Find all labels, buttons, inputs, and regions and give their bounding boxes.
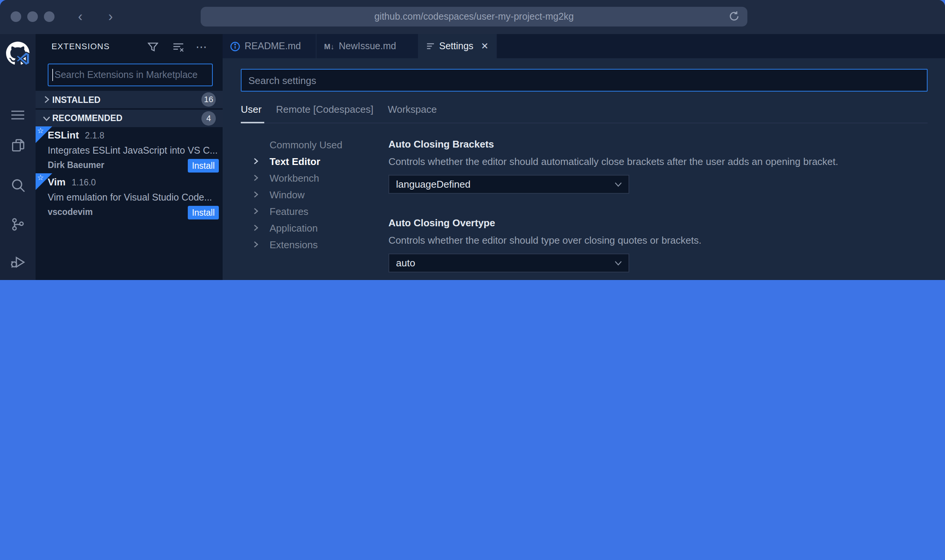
menu-icon[interactable] xyxy=(0,102,36,128)
desktop: ‹ › github.com/codespaces/user-my-projec… xyxy=(0,0,945,280)
extensions-sidebar: EXTENSIONS ⋯ INSTALLED 16 xyxy=(36,34,223,280)
settings-list-icon xyxy=(426,42,435,50)
chevron-right-icon xyxy=(253,207,264,215)
extension-description: Integrates ESLint JavaScript into VS C..… xyxy=(48,145,218,156)
chevron-right-icon xyxy=(253,241,264,248)
active-scope-underline xyxy=(241,122,264,123)
chevron-down-icon xyxy=(614,181,628,187)
reload-icon[interactable] xyxy=(728,11,740,22)
filter-icon[interactable] xyxy=(146,40,160,54)
markdown-icon: M↓ xyxy=(324,42,334,50)
setting-row: Auto Closing Brackets Controls whether t… xyxy=(388,136,922,215)
toc-features[interactable]: Features xyxy=(253,203,309,219)
chevron-right-icon xyxy=(253,224,264,232)
clear-search-results-icon[interactable] xyxy=(171,40,185,54)
window-zoom-button[interactable] xyxy=(44,11,55,22)
extension-author: vscodevim xyxy=(48,207,93,216)
chevron-right-icon xyxy=(40,95,52,104)
scope-tab-remote[interactable]: Remote [Codespaces] xyxy=(276,104,373,115)
section-installed[interactable]: INSTALLED 16 xyxy=(36,91,223,108)
extension-item-vim[interactable]: ☆ Vim1.16.0 Vim emulation for Visual Stu… xyxy=(36,173,223,220)
settings-search-input[interactable] xyxy=(242,70,927,91)
section-label: INSTALLED xyxy=(52,95,100,104)
setting-description: Controls whether the editor should type … xyxy=(388,235,702,246)
toc-extensions[interactable]: Extensions xyxy=(253,236,318,253)
browser-chrome: ‹ › github.com/codespaces/user-my-projec… xyxy=(0,0,945,34)
settings-search-box[interactable] xyxy=(241,69,928,92)
window-close-button[interactable] xyxy=(11,11,21,22)
toc-application[interactable]: Application xyxy=(253,219,318,236)
setting-dropdown[interactable]: languageDefined xyxy=(388,175,629,194)
source-control-icon[interactable] xyxy=(0,211,36,237)
toc-commonly-used[interactable]: Commonly Used xyxy=(253,136,342,153)
extension-version: 2.1.8 xyxy=(85,131,104,140)
settings-editor: User Remote [Codespaces] Workspace Commo… xyxy=(223,58,945,280)
chevron-down-icon xyxy=(614,260,628,266)
explorer-icon[interactable] xyxy=(0,132,36,158)
extension-description: Vim emulation for Visual Studio Code... xyxy=(48,192,218,203)
url-text: github.com/codespaces/user-my-project-mg… xyxy=(374,11,574,22)
section-recommended[interactable]: RECOMMENDED 4 xyxy=(36,109,223,127)
extension-version: 1.16.0 xyxy=(72,178,96,187)
info-icon xyxy=(230,41,240,51)
toc-window[interactable]: Window xyxy=(253,186,305,203)
activity-bar: ⚙ xyxy=(0,34,36,280)
extension-item-eslint[interactable]: ☆ ESLint2.1.8 Integrates ESLint JavaScri… xyxy=(36,126,223,173)
extension-name: ESLint2.1.8 xyxy=(48,129,104,141)
tab-label: Settings xyxy=(439,41,473,51)
scope-tab-workspace[interactable]: Workspace xyxy=(388,104,437,115)
install-button[interactable]: Install xyxy=(188,159,219,173)
extension-author: Dirk Baeumer xyxy=(48,160,104,170)
chevron-right-icon xyxy=(253,157,264,165)
toc-workbench[interactable]: Workbench xyxy=(253,170,319,186)
install-button[interactable]: Install xyxy=(188,206,219,219)
dropdown-value: auto xyxy=(389,257,614,269)
editor-area: README.md M↓ NewIssue.md Settings ✕ xyxy=(223,34,945,280)
tab-settings[interactable]: Settings ✕ xyxy=(419,34,497,58)
setting-description: Controls whether the editor should autom… xyxy=(388,156,838,167)
settings-scope-tabs: User Remote [Codespaces] Workspace xyxy=(241,104,437,115)
installed-count-badge: 16 xyxy=(201,92,216,107)
tab-label: README.md xyxy=(245,41,301,51)
setting-title: Auto Closing Brackets xyxy=(388,138,494,150)
sidebar-title: EXTENSIONS xyxy=(51,42,110,51)
tab-readme[interactable]: README.md xyxy=(223,34,317,58)
dropdown-value: languageDefined xyxy=(389,179,614,190)
star-icon: ☆ xyxy=(37,173,44,182)
github-codespaces-logo xyxy=(0,38,36,68)
more-actions-icon[interactable]: ⋯ xyxy=(195,40,208,54)
toc-text-editor[interactable]: Text Editor xyxy=(253,153,320,170)
tab-newissue[interactable]: M↓ NewIssue.md xyxy=(317,34,419,58)
chevron-right-icon xyxy=(253,174,264,182)
scope-divider xyxy=(241,123,928,123)
browser-back-button[interactable]: ‹ xyxy=(72,8,89,25)
chevron-right-icon xyxy=(253,191,264,198)
editor-tab-bar: README.md M↓ NewIssue.md Settings ✕ xyxy=(223,34,945,58)
extensions-search-input[interactable] xyxy=(48,64,212,86)
setting-row: Auto Closing Overtype Controls whether t… xyxy=(388,215,922,280)
browser-forward-button[interactable]: › xyxy=(102,8,119,25)
chevron-down-icon xyxy=(40,115,52,121)
window-minimize-button[interactable] xyxy=(27,11,38,22)
search-icon[interactable] xyxy=(0,173,36,198)
close-icon[interactable]: ✕ xyxy=(481,41,488,51)
scope-tab-user[interactable]: User xyxy=(241,104,262,115)
star-icon: ☆ xyxy=(37,126,44,135)
run-debug-icon[interactable] xyxy=(0,249,36,275)
extension-name: Vim1.16.0 xyxy=(48,176,96,188)
section-label: RECOMMENDED xyxy=(52,114,122,123)
extensions-search-box[interactable] xyxy=(48,64,213,86)
text-caret xyxy=(52,69,53,81)
setting-dropdown[interactable]: auto xyxy=(388,254,629,272)
setting-title: Auto Closing Overtype xyxy=(388,217,495,229)
tab-label: NewIssue.md xyxy=(339,41,396,51)
recommended-count-badge: 4 xyxy=(201,111,216,125)
address-bar[interactable]: github.com/codespaces/user-my-project-mg… xyxy=(201,7,747,26)
browser-window: ‹ › github.com/codespaces/user-my-projec… xyxy=(0,0,945,280)
